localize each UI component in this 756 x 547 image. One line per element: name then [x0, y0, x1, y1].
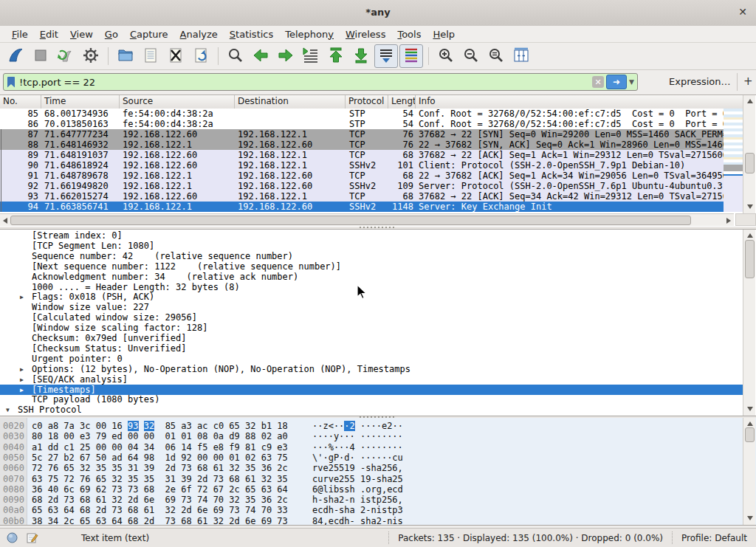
- detail-line[interactable]: TCP payload (1080 bytes): [0, 394, 743, 405]
- detail-line[interactable]: [TCP Segment Len: 1080]: [0, 241, 743, 251]
- hex-row-00b0[interactable]: 00b038 34 2c 65 63 64 68 2d 73 68 61 32 …: [0, 516, 743, 526]
- detail-line[interactable]: ▼SSH Protocol: [0, 405, 743, 415]
- packet-row-94[interactable]: 9471.663856741192.168.122.1192.168.122.6…: [0, 202, 724, 212]
- hex-row-0050[interactable]: 00505c 27 b2 67 50 ad 64 98 1d 92 00 00 …: [0, 453, 743, 463]
- menu-view[interactable]: View: [64, 27, 99, 41]
- collapsed-arrow-icon[interactable]: ▶: [20, 365, 24, 375]
- detail-line[interactable]: [Window size scaling factor: 128]: [0, 323, 743, 333]
- colorize-button[interactable]: [399, 44, 423, 68]
- collapsed-arrow-icon[interactable]: ▶: [20, 385, 24, 396]
- capture-comment-icon[interactable]: [26, 531, 38, 544]
- filter-dropdown-icon[interactable]: ▼: [629, 78, 634, 86]
- packet-minimap[interactable]: [724, 109, 743, 212]
- hex-row-0060[interactable]: 006072 76 65 32 35 35 31 39 2d 73 68 61 …: [0, 463, 743, 473]
- hex-row-0080[interactable]: 008036 40 6c 69 62 73 73 68 2e 6f 72 67 …: [0, 484, 743, 495]
- hex-row-0090[interactable]: 009068 2d 73 68 61 32 2d 6e 69 73 74 70 …: [0, 495, 743, 505]
- go-first-button[interactable]: [324, 44, 348, 68]
- bytes-vscrollbar[interactable]: [743, 418, 755, 525]
- filter-add-button[interactable]: +: [743, 75, 753, 88]
- detail-line[interactable]: Window size value: 227: [0, 302, 743, 312]
- hex-row-0070[interactable]: 007063 75 72 76 65 32 35 35 31 39 2d 73 …: [0, 474, 743, 484]
- menu-statistics[interactable]: Statistics: [224, 27, 279, 41]
- packet-list-vscrollbar[interactable]: [743, 95, 755, 213]
- detail-line[interactable]: Checksum: 0x79ed [unverified]: [0, 333, 743, 343]
- column-header-protocol[interactable]: Protocol: [346, 95, 388, 109]
- detail-line[interactable]: 1000 .... = Header Length: 32 bytes (8): [0, 282, 743, 292]
- packet-row-85[interactable]: 8568.001734936fe:54:00:d4:38:2aSTP54Conf…: [0, 109, 724, 119]
- cell-proto: TCP: [346, 140, 388, 150]
- display-filter-input[interactable]: !tcp.port == 22 ✕ ➜ ▼: [3, 73, 638, 91]
- open-file-button[interactable]: [114, 44, 137, 68]
- packet-row-89[interactable]: 8971.648191037192.168.122.60192.168.122.…: [0, 150, 724, 160]
- go-forward-button[interactable]: [274, 44, 298, 68]
- capture-options-button[interactable]: [79, 44, 103, 68]
- detail-line[interactable]: [Next sequence number: 1122 (relative se…: [0, 261, 743, 272]
- packet-row-86[interactable]: 8670.013850163fe:54:00:d4:38:2aSTP54Conf…: [0, 119, 724, 129]
- auto-scroll-button[interactable]: [374, 44, 398, 68]
- expert-info-icon[interactable]: [6, 531, 18, 544]
- menu-capture[interactable]: Capture: [124, 27, 174, 41]
- menu-file[interactable]: File: [6, 27, 34, 41]
- filter-bookmark-icon[interactable]: [7, 77, 15, 88]
- resize-columns-button[interactable]: [509, 44, 533, 68]
- collapsed-arrow-icon[interactable]: ▶: [20, 375, 24, 385]
- details-vscrollbar[interactable]: [743, 230, 755, 416]
- packet-list-hscrollbar[interactable]: [0, 213, 734, 226]
- zoom-in-button[interactable]: [434, 44, 458, 68]
- close-file-button[interactable]: [164, 44, 188, 68]
- hex-row-0030[interactable]: 003080 18 00 e3 79 ed 00 00 01 01 08 0a …: [0, 431, 743, 441]
- save-file-button[interactable]: [139, 44, 162, 68]
- packet-row-92[interactable]: 9271.661949820192.168.122.1192.168.122.6…: [0, 181, 724, 191]
- go-last-button[interactable]: [349, 44, 373, 68]
- detail-line[interactable]: [Calculated window size: 29056]: [0, 312, 743, 323]
- column-header-no[interactable]: No.: [0, 95, 41, 109]
- go-to-packet-button[interactable]: [299, 44, 323, 68]
- find-packet-button[interactable]: [224, 44, 247, 68]
- column-header-source[interactable]: Source: [120, 95, 235, 109]
- detail-line[interactable]: Acknowledgment number: 34 (relative ack …: [0, 272, 743, 282]
- filter-apply-button[interactable]: ➜: [606, 75, 627, 89]
- menu-help[interactable]: Help: [427, 27, 461, 41]
- expanded-arrow-icon[interactable]: ▼: [6, 405, 10, 416]
- zoom-original-button[interactable]: [484, 44, 508, 68]
- menu-telephony[interactable]: Telephony: [279, 27, 340, 41]
- menu-wireless[interactable]: Wireless: [340, 27, 391, 41]
- detail-line[interactable]: [Checksum Status: Unverified]: [0, 343, 743, 354]
- menu-go[interactable]: Go: [99, 27, 124, 41]
- cell-dst: 192.168.122.60: [235, 181, 346, 191]
- menu-edit[interactable]: Edit: [34, 27, 64, 41]
- hex-ascii: curve255 19-sha25: [312, 474, 403, 484]
- start-capture-button[interactable]: [4, 44, 27, 68]
- packet-row-90[interactable]: 9071.648618924192.168.122.60192.168.122.…: [0, 160, 724, 171]
- detail-line[interactable]: ▶[Timestamps]: [0, 385, 743, 395]
- hex-row-0040[interactable]: 0040a1 dd c1 25 00 00 04 34 06 14 f5 e8 …: [0, 442, 743, 453]
- menu-analyze[interactable]: Analyze: [174, 27, 224, 41]
- column-header-info[interactable]: Info: [416, 95, 743, 109]
- column-header-time[interactable]: Time: [41, 95, 120, 109]
- restart-capture-button[interactable]: [54, 44, 78, 68]
- detail-line[interactable]: [Stream index: 0]: [0, 230, 743, 241]
- detail-line[interactable]: ▶Options: (12 bytes), No-Operation (NOP)…: [0, 364, 743, 374]
- filter-clear-button[interactable]: ✕: [592, 76, 604, 88]
- column-header-destination[interactable]: Destination: [235, 95, 346, 109]
- detail-line[interactable]: ▶Flags: 0x018 (PSH, ACK): [0, 292, 743, 302]
- go-back-button[interactable]: [249, 44, 272, 68]
- packet-row-91[interactable]: 9171.648789678192.168.122.1192.168.122.6…: [0, 171, 724, 181]
- close-icon[interactable]: ✕: [738, 6, 747, 18]
- column-header-length[interactable]: Length: [388, 95, 416, 109]
- detail-line[interactable]: Urgent pointer: 0: [0, 354, 743, 364]
- zoom-out-button[interactable]: [459, 44, 483, 68]
- status-profile[interactable]: Profile: Default: [672, 531, 756, 545]
- packet-row-88[interactable]: 8871.648146932192.168.122.1192.168.122.6…: [0, 140, 724, 150]
- packet-row-87[interactable]: 8771.647777234192.168.122.60192.168.122.…: [0, 129, 724, 140]
- menu-tools[interactable]: Tools: [391, 27, 427, 41]
- hex-row-00a0[interactable]: 00a065 63 64 68 2d 73 68 61 32 2d 6e 69 …: [0, 505, 743, 515]
- reload-file-button[interactable]: [189, 44, 213, 68]
- detail-line[interactable]: ▶[SEQ/ACK analysis]: [0, 374, 743, 385]
- stop-capture-button[interactable]: [29, 44, 52, 68]
- collapsed-arrow-icon[interactable]: ▶: [20, 292, 24, 303]
- detail-line[interactable]: Sequence number: 42 (relative sequence n…: [0, 251, 743, 261]
- packet-row-93[interactable]: 9371.662015274192.168.122.60192.168.122.…: [0, 191, 724, 202]
- expression-button[interactable]: Expression…: [669, 76, 731, 87]
- hex-row-0020[interactable]: 0020c0 a8 7a 3c 00 16 93 32 85 a3 ac c0 …: [0, 421, 743, 431]
